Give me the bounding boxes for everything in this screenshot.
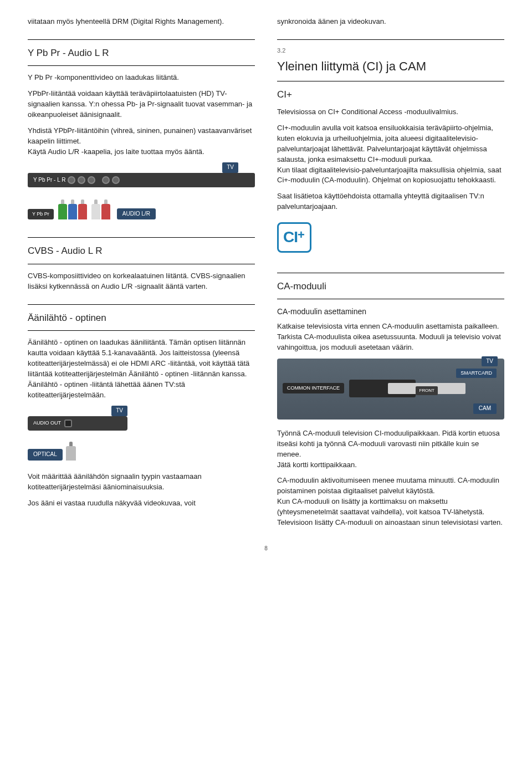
- rca-blue-icon: [68, 204, 77, 219]
- section-number: 3.2: [277, 47, 504, 55]
- port-icon: [78, 176, 85, 184]
- ypbpr-heading: Y Pb Pr - Audio L R: [28, 47, 255, 60]
- ciplus-p3: Saat lisätietoa käyttöehdoista ottamalla…: [277, 191, 504, 212]
- divider: [277, 81, 504, 81]
- ca-subheading: CA-moduulin asettaminen: [277, 306, 504, 317]
- port-icon: [102, 176, 110, 184]
- ca-p2: Työnnä CA-moduuli television CI-moduulip…: [277, 428, 504, 470]
- rca-red-icon: [78, 204, 87, 219]
- optical-chip: OPTICAL: [28, 449, 63, 461]
- ciplus-logo-icon: CI+: [277, 222, 311, 253]
- ypbpr-p3: Yhdistä YPbPr-liitäntöihin (vihreä, sini…: [28, 126, 255, 157]
- rca-white-icon: [91, 204, 100, 219]
- ciplus-heading: CI+: [277, 88, 504, 102]
- divider: [28, 39, 255, 40]
- cvbs-heading: CVBS - Audio L R: [28, 244, 255, 258]
- page-number: 8: [28, 545, 504, 553]
- cvbs-p: CVBS-komposiittivideo on korkealaatuinen…: [28, 271, 255, 292]
- panel-label: Y Pb Pr - L R: [33, 176, 65, 185]
- cam-label: CAM: [473, 403, 497, 414]
- divider: [28, 304, 255, 305]
- audio-lr-chip: AUDIO L/R: [117, 208, 156, 220]
- ci-title: Yleinen liittymä (CI) ja CAM: [277, 58, 504, 75]
- rca-plugs: [58, 204, 87, 219]
- tv-badge: TV: [111, 406, 127, 416]
- ca-p1: Katkaise televisiosta virta ennen CA-mod…: [277, 321, 504, 353]
- ca-heading: CA-moduuli: [277, 280, 504, 294]
- tv-badge: TV: [482, 356, 498, 367]
- ypbpr-chip: Y Pb Pr: [28, 209, 54, 219]
- divider: [277, 273, 504, 273]
- cam-diagram: TV COMMON INTERFACE SMARTCARD FRONT CAM: [277, 359, 504, 420]
- ciplus-p1: Televisiossa on CI+ Conditional Access -…: [277, 107, 504, 117]
- optical-diagram: TV AUDIO OUT OPTICAL: [28, 406, 127, 461]
- smartcard-label: SMARTCARD: [456, 369, 497, 378]
- divider: [28, 330, 255, 331]
- sync-p: synkronoida äänen ja videokuvan.: [277, 17, 504, 27]
- optical-panel: AUDIO OUT: [28, 416, 127, 431]
- ypbpr-diagram: TV Y Pb Pr - L R Y Pb Pr: [28, 162, 255, 219]
- optical-p3: Jos ääni ei vastaa ruudulla näkyvää vide…: [28, 498, 255, 509]
- ciplus-p2: CI+-moduulin avulla voit katsoa ensiluok…: [277, 123, 504, 186]
- rca-green-icon: [58, 204, 67, 219]
- ciplus-logo-plus: +: [298, 228, 304, 242]
- port-icon: [88, 176, 95, 184]
- port-icon: [112, 176, 120, 184]
- divider: [28, 237, 255, 238]
- port-icon: [68, 176, 75, 184]
- rca-red-icon: [101, 204, 110, 219]
- ypbpr-p1: Y Pb Pr -komponenttivideo on laadukas li…: [28, 73, 255, 83]
- optical-plug-icon: [66, 446, 76, 461]
- ca-p3: CA-moduulin aktivoitumiseen menee muutam…: [277, 475, 504, 528]
- divider: [277, 39, 504, 40]
- optical-heading: Äänilähtö - optinen: [28, 311, 255, 325]
- optical-port-icon: [64, 420, 72, 427]
- optical-p2: Voit määrittää äänilähdön signaalin tyyp…: [28, 472, 255, 493]
- optical-p: Äänilähtö - optinen on laadukas ääniliit…: [28, 337, 255, 400]
- tv-badge: TV: [222, 162, 238, 173]
- common-interface-label: COMMON INTERFACE: [283, 383, 344, 393]
- ypbpr-back-panel: Y Pb Pr - L R: [28, 173, 255, 188]
- panel-label: AUDIO OUT: [33, 420, 61, 427]
- divider: [277, 299, 504, 299]
- ypbpr-p2: YPbPr-liitäntää voidaan käyttää teräväpi…: [28, 89, 255, 120]
- ciplus-logo-text: CI: [283, 228, 298, 246]
- divider: [28, 264, 255, 264]
- rca-audio-plugs: [91, 204, 110, 219]
- front-label: FRONT: [416, 386, 438, 395]
- drm-intro: viitataan myös lyhenteellä DRM (Digital …: [28, 17, 255, 27]
- divider: [28, 65, 255, 66]
